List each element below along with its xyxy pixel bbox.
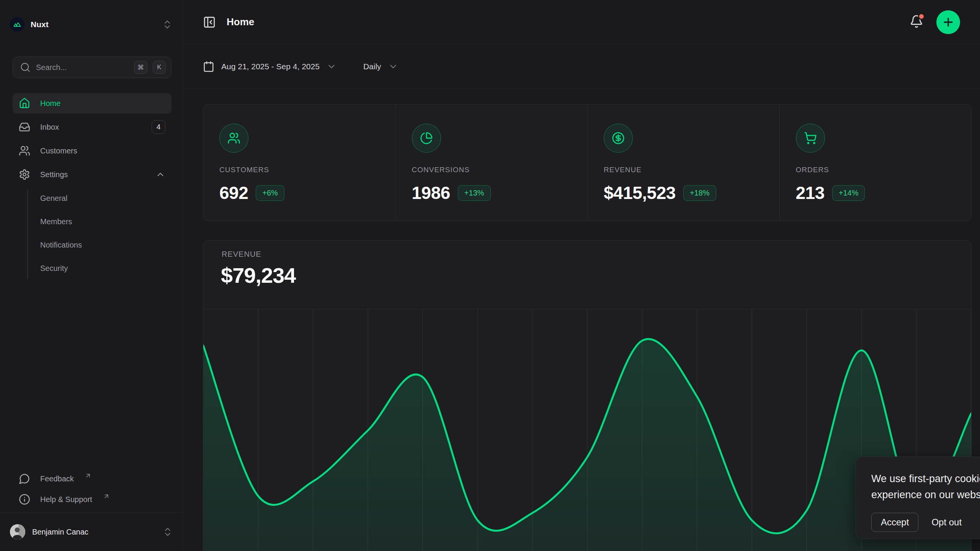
avatar <box>10 524 25 540</box>
kbd-k: K <box>153 61 166 74</box>
notifications-button[interactable] <box>910 15 923 30</box>
subnav-guide-line <box>27 190 28 279</box>
granularity-select[interactable]: Daily <box>363 62 398 72</box>
date-range-label: Aug 21, 2025 - Sep 4, 2025 <box>221 62 320 71</box>
calendar-icon <box>203 61 214 72</box>
filters-toolbar: Aug 21, 2025 - Sep 4, 2025 Daily <box>183 44 980 89</box>
sidebar-nav: Home Inbox 4 Customers Settings <box>13 93 172 185</box>
stat-label: CUSTOMERS <box>219 166 395 174</box>
sidebar-item-label: Settings <box>40 170 145 179</box>
feedback-link[interactable]: Feedback <box>13 468 172 489</box>
chevrons-up-down-icon <box>162 527 173 537</box>
user-menu[interactable]: Benjamin Canac <box>10 520 173 544</box>
users-stat-icon <box>219 124 248 153</box>
page-title: Home <box>227 16 254 28</box>
sub-item-label: Members <box>40 217 72 226</box>
sidebar-item-label: Home <box>40 99 165 108</box>
pie-chart-icon <box>412 124 441 153</box>
sidebar-item-label: Customers <box>40 147 165 155</box>
external-link-icon <box>103 493 110 500</box>
stat-customers[interactable]: CUSTOMERS 692 +6% <box>203 104 395 221</box>
stat-label: REVENUE <box>604 166 779 174</box>
sidebar-item-security[interactable]: Security <box>13 258 172 278</box>
chevrons-up-down-icon <box>162 19 173 30</box>
granularity-label: Daily <box>363 62 381 71</box>
help-support-link[interactable]: Help & Support <box>13 489 172 510</box>
shopping-cart-icon <box>796 124 825 153</box>
stat-conversions[interactable]: CONVERSIONS 1986 +13% <box>395 104 588 221</box>
sidebar-item-notifications[interactable]: Notifications <box>13 235 172 255</box>
message-circle-icon <box>19 473 30 484</box>
chevron-down-icon <box>327 62 336 72</box>
help-support-label: Help & Support <box>40 495 92 504</box>
notification-dot <box>918 13 925 20</box>
circle-dollar-icon <box>604 124 633 153</box>
stat-value: 1986 <box>412 183 450 203</box>
stat-delta-badge: +18% <box>683 185 716 201</box>
stat-value: $415,523 <box>604 183 676 203</box>
chevron-up-icon <box>155 170 165 179</box>
stat-value: 213 <box>796 183 825 203</box>
accept-button[interactable]: Accept <box>871 513 918 532</box>
team-name: Nuxt <box>31 20 49 29</box>
settings-subnav: General Members Notifications Security <box>13 188 172 282</box>
sidebar: Nuxt Search... ⌘ K Home Inbox 4 <box>0 0 183 551</box>
nuxt-logo-icon <box>10 17 24 32</box>
sidebar-footer: Feedback Help & Support <box>13 468 172 510</box>
sidebar-item-settings[interactable]: Settings <box>13 164 172 185</box>
stat-label: CONVERSIONS <box>412 166 588 174</box>
sub-item-label: Security <box>40 264 68 273</box>
info-circle-icon <box>19 494 30 505</box>
main-area: Home Aug 21, 2025 - Sep 4, 2025 <box>183 0 980 551</box>
cookie-message: We use first-party cookies to enhance yo… <box>871 471 980 503</box>
plus-icon <box>942 16 955 29</box>
sub-item-label: General <box>40 194 67 203</box>
page-header: Home <box>183 0 980 44</box>
revenue-value: $79,234 <box>221 263 296 288</box>
panel-collapse-icon[interactable] <box>203 16 216 29</box>
stat-orders[interactable]: ORDERS 213 +14% <box>779 104 972 221</box>
sidebar-item-customers[interactable]: Customers <box>13 140 172 161</box>
search-placeholder: Search... <box>36 63 129 72</box>
inbox-count-badge: 4 <box>152 120 165 134</box>
stats-card: CUSTOMERS 692 +6% CONVERSIONS 1986 +13% … <box>203 104 972 221</box>
opt-out-button[interactable]: Opt out <box>931 517 962 528</box>
stat-revenue[interactable]: REVENUE $415,523 +18% <box>587 104 779 221</box>
sub-item-label: Notifications <box>40 241 82 249</box>
inbox-icon <box>19 121 30 133</box>
search-input[interactable]: Search... ⌘ K <box>13 57 172 78</box>
kbd-meta: ⌘ <box>134 61 147 74</box>
user-name: Benjamin Canac <box>32 528 155 536</box>
sidebar-item-label: Inbox <box>40 123 142 132</box>
sidebar-item-home[interactable]: Home <box>13 93 172 114</box>
chevron-down-icon <box>388 62 398 72</box>
stat-delta-badge: +13% <box>458 185 491 201</box>
stat-value: 692 <box>219 183 248 203</box>
search-icon <box>20 62 31 73</box>
users-icon <box>19 145 30 156</box>
add-button[interactable] <box>936 10 960 34</box>
stat-delta-badge: +14% <box>832 185 865 201</box>
sidebar-item-general[interactable]: General <box>13 188 172 208</box>
cookie-banner: We use first-party cookies to enhance yo… <box>856 456 980 539</box>
sidebar-item-members[interactable]: Members <box>13 212 172 231</box>
stat-delta-badge: +6% <box>256 185 284 201</box>
sidebar-item-inbox[interactable]: Inbox 4 <box>13 117 172 137</box>
stat-label: ORDERS <box>796 166 972 174</box>
gear-icon <box>19 169 30 180</box>
team-selector[interactable]: Nuxt <box>10 14 173 35</box>
revenue-label: REVENUE <box>222 250 261 259</box>
date-range-picker[interactable]: Aug 21, 2025 - Sep 4, 2025 <box>203 61 336 72</box>
feedback-label: Feedback <box>40 474 74 483</box>
sidebar-divider <box>0 513 183 513</box>
house-icon <box>19 98 30 109</box>
external-link-icon <box>85 472 91 479</box>
